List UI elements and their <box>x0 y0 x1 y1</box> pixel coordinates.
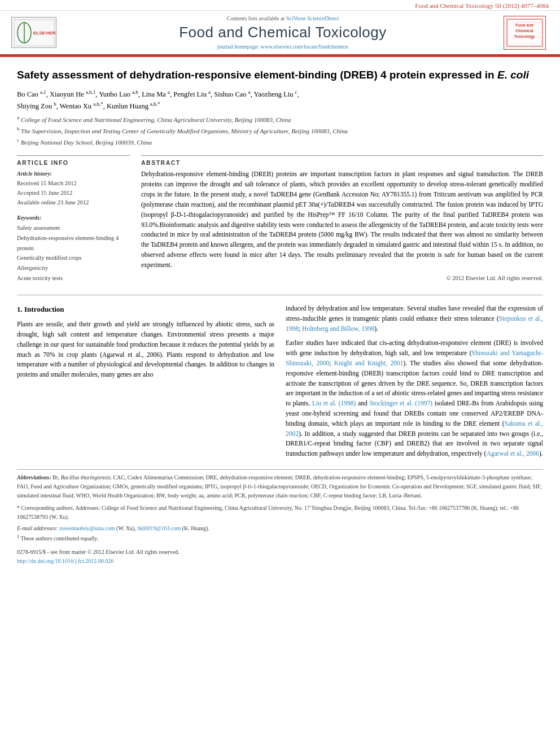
elsevier-logo: ELSEVIER <box>11 17 56 48</box>
corresponding-note: * Corresponding authors. Addresses: Coll… <box>17 504 543 522</box>
keyword-4: Allergenicity <box>17 263 130 273</box>
body-section: 1. Introduction Plants are sessile, and … <box>17 304 543 464</box>
svg-text:Toxicology: Toxicology <box>514 34 535 39</box>
abbrev-label: Abbreviations: <box>17 474 51 480</box>
intro-p1: Plants are sessile, and their growth and… <box>17 320 274 380</box>
journal-header: ELSEVIER Contents lists available at Sci… <box>0 11 560 55</box>
keywords-section: Keywords: Safety assessment Dehydration-… <box>17 215 130 283</box>
journal-ref-text: Food and Chemical Toxicology 50 (2012) 4… <box>415 2 549 9</box>
journal-reference: Food and Chemical Toxicology 50 (2012) 4… <box>0 0 560 11</box>
footer-copyright: 0278-6915/$ - see front matter © 2012 El… <box>17 548 543 566</box>
received-date: Received 15 March 2012 <box>17 179 130 189</box>
affiliation-b: b The Supervision, Inspection and Testin… <box>17 125 543 136</box>
abbrev-text: Bt, Bacillus thuringiensis; CAC, Codex A… <box>17 474 541 499</box>
keyword-5: Acute toxicity tests <box>17 273 130 283</box>
article-title-italic: E. coli <box>497 69 529 81</box>
copyright-text: 0278-6915/$ - see front matter © 2012 El… <box>17 549 180 555</box>
ref-agarwal[interactable]: Agarwal et al., 2006 <box>486 450 539 457</box>
sciverse-line: Contents lists available at SciVerse Sci… <box>68 15 498 21</box>
article-title: Safety assessment of dehydration-respons… <box>17 68 543 82</box>
abbreviations-note: Abbreviations: Bt, Bacillus thuringiensi… <box>17 473 543 500</box>
journal-logo-icon: Food and Chemical Toxicology <box>506 19 543 47</box>
journal-homepage: journal homepage: www.elsevier.com/locat… <box>68 43 498 50</box>
main-content: Safety assessment of dehydration-respons… <box>0 57 560 577</box>
article-title-text: Safety assessment of dehydration-respons… <box>17 69 497 81</box>
abstract-box: ABSTRACT Dehydration-responsive element-… <box>141 155 543 281</box>
keywords-label: Keywords: <box>17 215 130 221</box>
elsevier-logo-area: ELSEVIER <box>11 17 62 48</box>
journal-logo-box: Food and Chemical Toxicology <box>504 16 546 50</box>
journal-header-center: Contents lists available at SciVerse Sci… <box>62 15 504 50</box>
journal-logo-right: Food and Chemical Toxicology <box>504 16 549 50</box>
homepage-link-text: journal homepage: www.elsevier.com/locat… <box>217 43 348 50</box>
info-abstract-row: ARTICLE INFO Article history: Received 1… <box>17 155 543 283</box>
email-note: E-mail addresses: xuwentaoboy@sina.com (… <box>17 524 543 533</box>
article-info-col: ARTICLE INFO Article history: Received 1… <box>17 155 130 283</box>
history-label: Article history: <box>17 171 130 177</box>
svg-text:Chemical: Chemical <box>515 29 533 33</box>
abstract-text: Dehydration-responsive element-binding (… <box>141 169 543 270</box>
ref-holmberg[interactable]: Holmberg and Billow, 1998 <box>302 325 374 332</box>
available-date: Available online 23 June 2012 <box>17 198 130 208</box>
affiliation-a: a College of Food Science and Nutritiona… <box>17 114 543 124</box>
corresponding-star: * <box>17 505 21 511</box>
authors-line: Bo Cao a,1, Xiaoyun He a,b,1, Yunbo Luo … <box>17 88 543 112</box>
article-history: Article history: Received 15 March 2012 … <box>17 171 130 207</box>
sciverse-link[interactable]: SciVerse ScienceDirect <box>286 15 339 21</box>
ref-shinozaki[interactable]: Shinozaki and Yamaguchi-Shinozaki, 2000 <box>286 350 543 366</box>
email-huang[interactable]: hkl0019@163.com <box>137 525 181 531</box>
keyword-3: Genetically modified crops <box>17 253 130 263</box>
affiliations: a College of Food Science and Nutritiona… <box>17 114 543 147</box>
intro-heading: 1. Introduction <box>17 304 274 315</box>
abstract-col: ABSTRACT Dehydration-responsive element-… <box>141 155 543 283</box>
journal-title: Food and Chemical Toxicology <box>68 24 498 41</box>
body-col-left: 1. Introduction Plants are sessile, and … <box>17 304 274 464</box>
abstract-label: ABSTRACT <box>141 159 543 166</box>
svg-text:ELSEVIER: ELSEVIER <box>33 30 55 36</box>
ref-stockinger[interactable]: Stockinger et al. (1997) <box>370 400 432 407</box>
sciverse-text: Contents lists available at <box>227 15 285 21</box>
doi-text: http://dx.doi.org/10.1016/j.fct.2012.06.… <box>17 558 113 564</box>
accepted-date: Accepted 15 June 2012 <box>17 189 130 198</box>
equal-contribution-note: 1 These authors contributed equally. <box>17 533 543 543</box>
keyword-1: Safety assessment <box>17 223 130 233</box>
intro-p3: Earlier studies have indicated that cis-… <box>286 338 543 459</box>
article-info-box: ARTICLE INFO Article history: Received 1… <box>17 155 130 283</box>
section-divider <box>17 295 543 295</box>
ref-knight[interactable]: Knight and Knight, 2001 <box>334 360 403 366</box>
svg-text:Food and: Food and <box>515 23 533 27</box>
ref-liu1998[interactable]: Liu et al. (1998) <box>312 400 356 407</box>
article-footer: Abbreviations: Bt, Bacillus thuringiensi… <box>17 469 543 566</box>
doi-link[interactable]: http://dx.doi.org/10.1016/j.fct.2012.06.… <box>17 558 113 564</box>
body-col-right: induced by dehydration and low temperatu… <box>286 304 543 464</box>
abstract-copyright: © 2012 Elsevier Ltd. All rights reserved… <box>141 275 543 281</box>
email-xu[interactable]: xuwentaoboy@sina.com <box>59 525 115 531</box>
keyword-2: Dehydration-responsive element-binding 4… <box>17 233 130 254</box>
ref-sakuma[interactable]: Sakuma et al., 2002 <box>286 420 543 437</box>
article-info-label: ARTICLE INFO <box>17 159 130 166</box>
elsevier-logo-svg: ELSEVIER <box>13 19 55 47</box>
intro-p2: induced by dehydration and low temperatu… <box>286 304 543 334</box>
affiliation-c: c Beijing National Day School, Beijing 1… <box>17 137 543 147</box>
sciverse-link-text: SciVerse ScienceDirect <box>286 15 339 21</box>
homepage-link[interactable]: journal homepage: www.elsevier.com/locat… <box>217 43 348 50</box>
